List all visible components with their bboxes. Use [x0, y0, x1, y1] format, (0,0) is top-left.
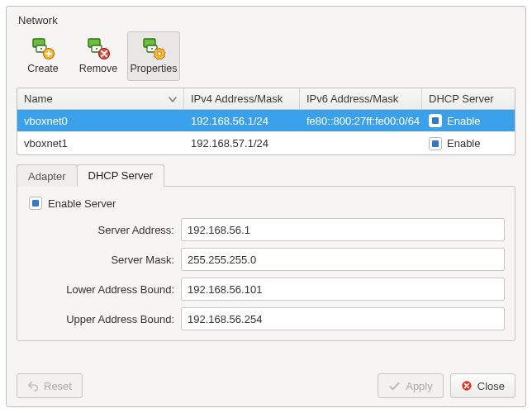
cell-dhcp: Enable	[422, 132, 515, 154]
cell-ipv4: 192.168.57.1/24	[184, 132, 300, 154]
column-header-name[interactable]: Name	[17, 88, 184, 109]
reset-button[interactable]: Reset	[17, 373, 83, 398]
check-icon	[388, 380, 401, 392]
dhcp-enable-label: Enable	[447, 115, 480, 127]
create-button[interactable]: Create	[17, 31, 69, 81]
properties-button[interactable]: Properties	[127, 31, 180, 81]
server-mask-label: Server Mask:	[27, 254, 174, 266]
column-header-ipv6[interactable]: IPv6 Address/Mask	[300, 88, 422, 109]
section-title: Network	[18, 14, 515, 26]
apply-button[interactable]: Apply	[378, 373, 444, 398]
tab-adapter[interactable]: Adapter	[17, 164, 78, 187]
dhcp-enable-checkbox[interactable]	[429, 114, 442, 127]
cell-ipv4: 192.168.56.1/24	[184, 110, 300, 131]
lower-bound-label: Lower Address Bound:	[27, 283, 174, 296]
cell-name: vboxnet1	[17, 132, 184, 154]
apply-button-label: Apply	[406, 380, 433, 392]
column-header-ipv6-label: IPv6 Address/Mask	[306, 93, 398, 105]
dialog-footer: Reset Apply Close	[17, 365, 515, 398]
create-button-label: Create	[27, 64, 59, 75]
sort-indicator-icon	[169, 95, 177, 103]
tab-dhcp-server[interactable]: DHCP Server	[77, 164, 165, 187]
enable-server-label: Enable Server	[48, 197, 116, 210]
server-mask-input[interactable]	[181, 248, 505, 271]
properties-network-icon	[140, 36, 167, 62]
table-row[interactable]: vboxnet1192.168.57.1/24Enable	[17, 132, 515, 154]
svg-rect-5	[45, 53, 51, 55]
tab-bar: Adapter DHCP Server	[17, 164, 515, 187]
column-header-dhcp[interactable]: DHCP Server	[422, 88, 515, 109]
dhcp-enable-label: Enable	[447, 137, 480, 150]
column-header-dhcp-label: DHCP Server	[429, 93, 494, 105]
networks-table: Name IPv4 Address/Mask IPv6 Address/Mask…	[17, 88, 515, 155]
enable-server-checkbox[interactable]	[29, 197, 42, 210]
remove-button-label: Remove	[79, 64, 118, 75]
column-header-ipv4-label: IPv4 Address/Mask	[191, 93, 283, 105]
svg-point-12	[151, 48, 153, 50]
dhcp-enable-checkbox[interactable]	[429, 137, 442, 150]
svg-point-2	[40, 48, 42, 50]
cell-name: vboxnet0	[17, 110, 184, 131]
tab-panel-dhcp: Enable Server Server Address: Server Mas…	[17, 186, 515, 341]
svg-point-8	[96, 48, 97, 50]
upper-bound-label: Upper Address Bound:	[27, 313, 174, 325]
toolbar: Create Remove	[17, 31, 515, 81]
close-button[interactable]: Close	[450, 373, 515, 398]
svg-point-13	[158, 52, 162, 56]
close-icon	[461, 380, 473, 392]
properties-button-label: Properties	[131, 64, 178, 75]
remove-network-icon	[85, 36, 112, 62]
column-header-name-label: Name	[24, 93, 53, 105]
column-header-ipv4[interactable]: IPv4 Address/Mask	[184, 88, 300, 109]
undo-icon	[27, 380, 39, 392]
server-address-input[interactable]	[181, 218, 505, 241]
server-address-label: Server Address:	[27, 224, 174, 236]
create-network-icon	[30, 36, 56, 62]
table-header-row: Name IPv4 Address/Mask IPv6 Address/Mask…	[17, 88, 515, 110]
lower-bound-input[interactable]	[181, 278, 505, 301]
cell-dhcp: Enable	[422, 110, 515, 131]
cell-ipv6	[300, 132, 422, 154]
upper-bound-input[interactable]	[181, 307, 505, 330]
remove-button[interactable]: Remove	[72, 31, 125, 81]
cell-ipv6: fe80::800:27ff:fe00:0/64	[300, 110, 422, 131]
reset-button-label: Reset	[44, 380, 72, 392]
table-row[interactable]: vboxnet0192.168.56.1/24fe80::800:27ff:fe…	[17, 110, 515, 132]
close-button-label: Close	[477, 380, 505, 392]
